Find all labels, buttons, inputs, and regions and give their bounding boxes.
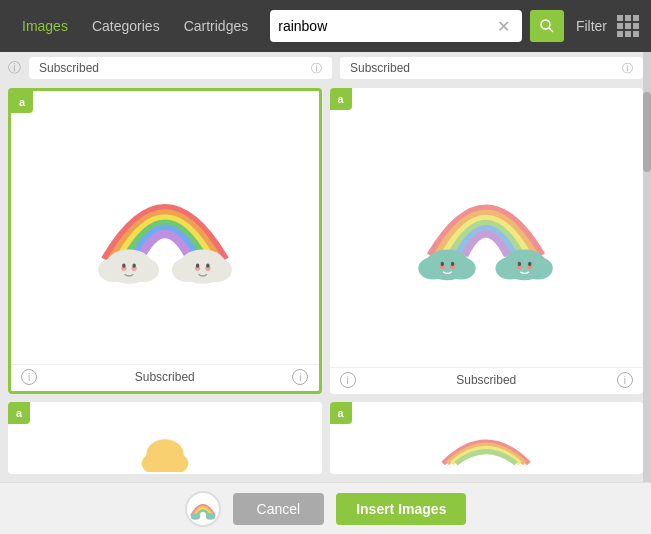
filter-button[interactable]: Filter (576, 18, 607, 34)
nav-images[interactable]: Images (12, 12, 78, 40)
svg-point-11 (201, 258, 232, 282)
bottom-card-badge-1: a (8, 402, 30, 424)
rainbow-clouds-image-1 (85, 174, 245, 294)
svg-point-32 (190, 513, 199, 520)
svg-point-33 (205, 513, 214, 520)
grid-view-button[interactable] (617, 15, 639, 37)
footer-info-left-1[interactable]: i (21, 369, 37, 385)
card-status-1: Subscribed (135, 370, 195, 384)
card-badge-2: a (330, 88, 352, 110)
scrollbar-thumb[interactable] (643, 92, 651, 172)
svg-point-7 (122, 263, 125, 267)
preview-thumbnail (185, 491, 221, 527)
image-grid: a (0, 80, 651, 402)
image-card-1[interactable]: a (8, 88, 322, 394)
bottom-bar: Cancel Insert Images (0, 482, 651, 534)
svg-point-28 (518, 261, 521, 265)
partial-image-sun (125, 412, 205, 472)
search-icon (540, 19, 554, 33)
subscribed-top-row: ⓘ Subscribed ⓘ Subscribed ⓘ (0, 52, 651, 80)
svg-point-31 (146, 439, 183, 468)
scrollbar[interactable] (643, 52, 651, 482)
top-info-left-icon[interactable]: ⓘ (8, 59, 21, 77)
svg-point-14 (196, 263, 199, 267)
footer-info-right-2[interactable]: i (617, 372, 633, 388)
footer-info-right-1[interactable]: i (292, 369, 308, 385)
insert-images-button[interactable]: Insert Images (336, 493, 466, 525)
search-button[interactable] (530, 10, 564, 42)
svg-point-15 (206, 263, 209, 267)
svg-line-1 (549, 28, 553, 32)
image-card-2[interactable]: a (330, 88, 644, 394)
svg-point-0 (541, 20, 550, 29)
subscribed-label-2: Subscribed (350, 61, 410, 75)
bottom-card-1[interactable]: a (8, 402, 322, 474)
bottom-partial-cards: a a (0, 402, 651, 482)
info-icon-2[interactable]: ⓘ (622, 61, 633, 76)
bottom-card-badge-2: a (330, 402, 352, 424)
search-input[interactable] (278, 18, 497, 34)
footer-info-left-2[interactable]: i (340, 372, 356, 388)
search-wrapper: ✕ (270, 10, 522, 42)
card-badge-1: a (11, 91, 33, 113)
cancel-button[interactable]: Cancel (233, 493, 325, 525)
rainbow-clouds-image-2 (406, 174, 566, 294)
clear-icon[interactable]: ✕ (497, 17, 510, 36)
card-image-1 (11, 91, 319, 364)
bottom-card-2[interactable]: a (330, 402, 644, 474)
svg-point-22 (451, 261, 454, 265)
subscribed-label-1: Subscribed (39, 61, 99, 75)
partial-image-rainbow (436, 412, 536, 472)
content-area: ⓘ Subscribed ⓘ Subscribed ⓘ a (0, 52, 651, 482)
svg-point-21 (441, 261, 444, 265)
preview-rainbow-icon (189, 495, 217, 523)
nav-cartridges[interactable]: Cartridges (174, 12, 259, 40)
card-footer-2: i Subscribed i (330, 367, 644, 394)
svg-point-8 (132, 263, 135, 267)
svg-point-29 (528, 261, 531, 265)
card-footer-1: i Subscribed i (11, 364, 319, 391)
info-icon-1[interactable]: ⓘ (311, 61, 322, 76)
top-navigation: Images Categories Cartridges ✕ Filter (0, 0, 651, 52)
subscribed-cell-1: Subscribed ⓘ (29, 57, 332, 79)
nav-categories[interactable]: Categories (82, 12, 170, 40)
subscribed-cell-2: Subscribed ⓘ (340, 57, 643, 79)
card-status-2: Subscribed (456, 373, 516, 387)
card-image-2 (330, 88, 644, 367)
